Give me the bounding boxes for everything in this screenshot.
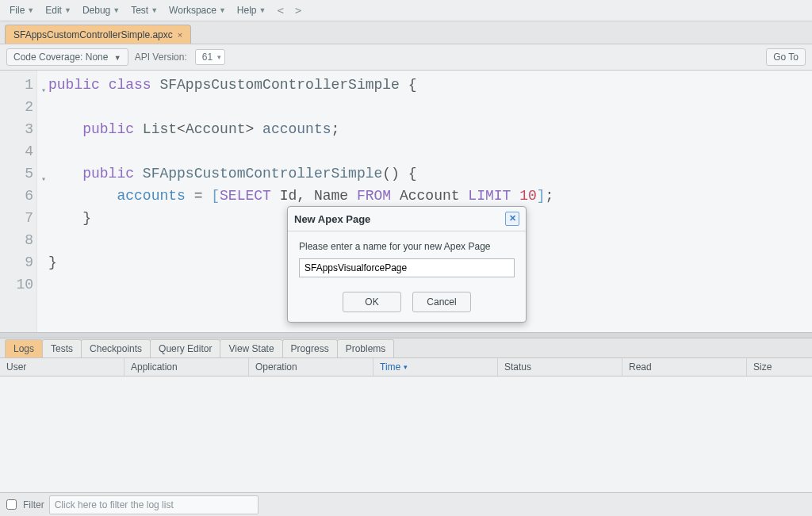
menu-workspace[interactable]: Workspace▼ <box>164 3 231 17</box>
chevron-down-icon: ▼ <box>151 6 158 14</box>
filter-label: Filter <box>23 499 44 510</box>
close-icon[interactable]: ✕ <box>505 212 519 226</box>
code-coverage-label: Code Coverage: None <box>13 52 108 63</box>
bottom-panel-tabs: Logs Tests Checkpoints Query Editor View… <box>0 338 812 358</box>
panel-tab-progress[interactable]: Progress <box>282 339 338 357</box>
chevron-down-icon: ▼ <box>64 6 71 14</box>
logs-column-header: User Application Operation Time▾ Status … <box>0 358 812 376</box>
line-number: 8 <box>25 232 33 248</box>
filter-input[interactable]: Click here to filter the log list <box>49 495 259 514</box>
panel-splitter[interactable] <box>0 332 812 338</box>
nav-back-button[interactable]: < <box>272 4 288 17</box>
col-read[interactable]: Read <box>622 358 747 376</box>
editor-tab-bar: SFAppsCustomControllerSimple.apxc × <box>0 21 812 44</box>
menu-debug[interactable]: Debug▼ <box>78 3 124 17</box>
cancel-button[interactable]: Cancel <box>412 292 471 312</box>
col-operation[interactable]: Operation <box>249 358 373 376</box>
sort-desc-icon: ▾ <box>404 363 408 371</box>
chevron-down-icon: ▾ <box>217 53 221 61</box>
col-size[interactable]: Size <box>747 358 812 376</box>
line-number: 7 <box>25 210 33 226</box>
chevron-down-icon: ▼ <box>219 6 226 14</box>
panel-tab-checkpoints[interactable]: Checkpoints <box>81 339 151 357</box>
menu-debug-label: Debug <box>82 5 110 16</box>
editor-tab-active[interactable]: SFAppsCustomControllerSimple.apxc × <box>5 25 191 44</box>
line-number: 9 <box>25 254 33 270</box>
col-application[interactable]: Application <box>124 358 249 376</box>
line-number: 3 <box>25 121 33 137</box>
line-number: 1 <box>25 77 33 93</box>
menu-workspace-label: Workspace <box>169 5 216 16</box>
menu-help[interactable]: Help▼ <box>232 3 271 17</box>
menu-edit[interactable]: Edit▼ <box>40 3 76 17</box>
line-number: 6 <box>25 188 33 204</box>
panel-tab-problems[interactable]: Problems <box>337 339 395 357</box>
menu-file[interactable]: File▼ <box>5 3 39 17</box>
editor-tab-filename: SFAppsCustomControllerSimple.apxc <box>13 29 173 40</box>
line-number: 4 <box>25 143 33 159</box>
line-number: 2 <box>25 99 33 115</box>
page-name-input[interactable] <box>299 258 515 277</box>
close-icon[interactable]: × <box>178 30 182 40</box>
footer-bar: Filter Click here to filter the log list <box>0 492 812 516</box>
line-number: 5 <box>25 166 33 182</box>
menu-test[interactable]: Test▼ <box>126 3 163 17</box>
filter-checkbox[interactable] <box>6 499 17 510</box>
api-version-label: API Version: <box>135 52 187 63</box>
col-time[interactable]: Time▾ <box>373 358 498 376</box>
nav-forward-button[interactable]: > <box>290 4 306 17</box>
chevron-down-icon: ▼ <box>113 6 120 14</box>
col-status[interactable]: Status <box>498 358 622 376</box>
panel-tab-view-state[interactable]: View State <box>220 339 282 357</box>
api-version-select[interactable]: 61 ▾ <box>195 49 225 65</box>
menu-file-label: File <box>10 5 25 16</box>
menu-edit-label: Edit <box>45 5 62 16</box>
ok-button[interactable]: OK <box>343 292 401 312</box>
panel-tab-logs[interactable]: Logs <box>5 339 43 357</box>
code-coverage-dropdown[interactable]: Code Coverage: None ▼ <box>6 48 128 66</box>
dialog-prompt: Please enter a name for your new Apex Pa… <box>299 241 515 252</box>
dialog-title: New Apex Page <box>294 213 370 225</box>
panel-tab-query-editor[interactable]: Query Editor <box>150 339 220 357</box>
api-version-value: 61 <box>202 52 213 63</box>
col-user[interactable]: User <box>0 358 124 376</box>
panel-tab-tests[interactable]: Tests <box>42 339 82 357</box>
chevron-down-icon: ▼ <box>27 6 34 14</box>
line-number-gutter: 1▾ 2 3 4 5▾ 6 7 8 9 10 <box>0 71 37 332</box>
menu-help-label: Help <box>237 5 257 16</box>
top-menu-bar: File▼ Edit▼ Debug▼ Test▼ Workspace▼ Help… <box>0 0 812 21</box>
line-number: 10 <box>16 277 33 292</box>
logs-body-empty <box>0 376 812 491</box>
new-apex-page-dialog: New Apex Page ✕ Please enter a name for … <box>287 206 527 323</box>
chevron-down-icon: ▼ <box>259 6 266 14</box>
menu-test-label: Test <box>131 5 148 16</box>
goto-button[interactable]: Go To <box>766 48 806 66</box>
chevron-down-icon: ▼ <box>114 54 121 62</box>
editor-sub-toolbar: Code Coverage: None ▼ API Version: 61 ▾ … <box>0 44 812 71</box>
